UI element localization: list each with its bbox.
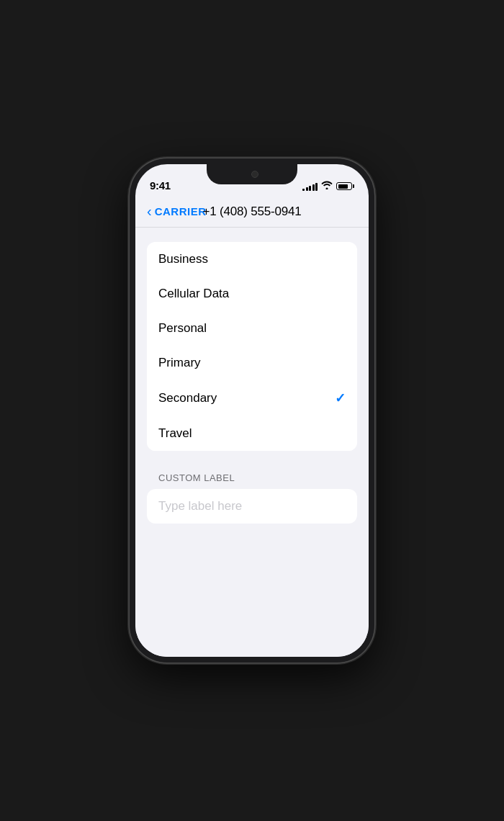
list-item-primary[interactable]: Primary (147, 346, 357, 380)
content-area: Business Cellular Data Personal Primary … (135, 228, 369, 657)
label-business: Business (158, 252, 208, 266)
list-item-cellular-data[interactable]: Cellular Data (147, 277, 357, 311)
phone-frame: 9:41 (130, 158, 374, 663)
custom-label-header: CUSTOM LABEL (147, 472, 357, 483)
list-item-business[interactable]: Business (147, 242, 357, 277)
label-travel: Travel (158, 426, 192, 441)
notch (207, 164, 297, 184)
nav-title: +1 (408) 555-0941 (203, 205, 302, 219)
custom-label-section: CUSTOM LABEL Type label here (147, 472, 357, 524)
signal-icon (302, 182, 318, 191)
custom-label-input[interactable]: Type label here (147, 489, 357, 524)
front-camera (251, 171, 258, 178)
status-time: 9:41 (150, 179, 171, 192)
label-secondary: Secondary (158, 391, 217, 405)
battery-icon (336, 182, 354, 190)
list-item-secondary[interactable]: Secondary ✓ (147, 380, 357, 416)
label-cellular-data: Cellular Data (158, 287, 229, 301)
list-item-personal[interactable]: Personal (147, 311, 357, 346)
label-personal: Personal (158, 321, 207, 336)
label-options-list: Business Cellular Data Personal Primary … (147, 242, 357, 451)
list-item-travel[interactable]: Travel (147, 416, 357, 451)
back-button[interactable]: ‹ CARRIER (147, 204, 207, 220)
status-icons (302, 181, 354, 192)
phone-screen: 9:41 (135, 164, 369, 657)
checkmark-icon: ✓ (335, 390, 346, 406)
navigation-bar: ‹ CARRIER +1 (408) 555-0941 (135, 196, 369, 228)
chevron-left-icon: ‹ (147, 203, 152, 220)
back-label: CARRIER (155, 205, 207, 217)
label-primary: Primary (158, 356, 201, 370)
wifi-icon (321, 181, 333, 192)
custom-label-placeholder: Type label here (158, 499, 242, 513)
